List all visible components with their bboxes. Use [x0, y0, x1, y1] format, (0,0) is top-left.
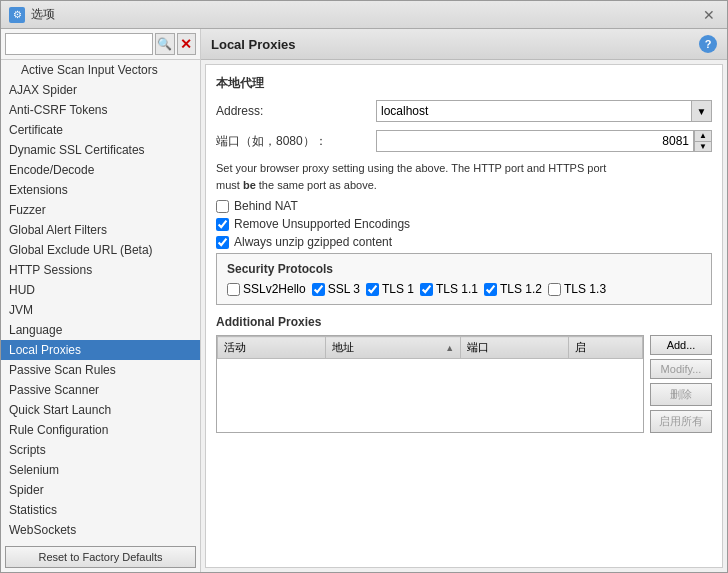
nav-item-selenium[interactable]: Selenium [1, 460, 200, 480]
protocol-label-sslv2hello: SSLv2Hello [243, 282, 306, 296]
proxy-btn-add[interactable]: Add... [650, 335, 712, 355]
port-input-group: ▲ ▼ [376, 130, 712, 152]
right-header-title: Local Proxies [211, 37, 296, 52]
additional-proxies-section: Additional Proxies 活动 地址 [216, 315, 712, 433]
nav-item-rule-configuration[interactable]: Rule Configuration [1, 420, 200, 440]
port-spinner-up[interactable]: ▲ [694, 130, 712, 141]
col-address[interactable]: 地址 ▲ [325, 337, 460, 359]
sort-icon: ▲ [445, 343, 454, 353]
help-icon[interactable]: ? [699, 35, 717, 53]
protocol-item-tls13: TLS 1.3 [548, 282, 606, 296]
nav-item-global-exclude-url-beta[interactable]: Global Exclude URL (Beta) [1, 240, 200, 260]
nav-item-ajax-spider[interactable]: AJAX Spider [1, 80, 200, 100]
checkbox-label-behind-nat: Behind NAT [234, 199, 298, 213]
nav-item-statistics[interactable]: Statistics [1, 500, 200, 520]
nav-item-dynamic-ssl-certificates[interactable]: Dynamic SSL Certificates [1, 140, 200, 160]
nav-item-fuzzer[interactable]: Fuzzer [1, 200, 200, 220]
search-bar: 🔍 ✕ [1, 29, 200, 60]
reset-factory-defaults-button[interactable]: Reset to Factory Defaults [5, 546, 196, 568]
protocol-checkbox-tls1[interactable] [366, 283, 379, 296]
window-title: 选项 [31, 6, 699, 23]
nav-list: Active Scan Input VectorsAJAX SpiderAnti… [1, 60, 200, 542]
protocol-item-tls1: TLS 1 [366, 282, 414, 296]
nav-item-http-sessions[interactable]: HTTP Sessions [1, 260, 200, 280]
protocol-checkbox-tls11[interactable] [420, 283, 433, 296]
left-panel: 🔍 ✕ Active Scan Input VectorsAJAX Spider… [1, 29, 201, 572]
nav-item-jvm[interactable]: JVM [1, 300, 200, 320]
protocol-label-tls12: TLS 1.2 [500, 282, 542, 296]
search-button[interactable]: 🔍 [155, 33, 175, 55]
nav-item-zest[interactable]: Zest [1, 540, 200, 542]
proxy-btn-enable-all: 启用所有 [650, 410, 712, 433]
checkbox-label-remove-unsupported-encodings: Remove Unsupported Encodings [234, 217, 410, 231]
nav-item-websockets[interactable]: WebSockets [1, 520, 200, 540]
protocol-item-tls11: TLS 1.1 [420, 282, 478, 296]
proxies-buttons: Add...Modify...删除启用所有 [650, 335, 712, 433]
checkbox-row-always-unzip-gzipped-content: Always unzip gzipped content [216, 235, 712, 249]
checkbox-remove-unsupported-encodings[interactable] [216, 218, 229, 231]
proxy-btn-delete: 删除 [650, 383, 712, 406]
protocol-checkbox-tls13[interactable] [548, 283, 561, 296]
nav-item-spider[interactable]: Spider [1, 480, 200, 500]
protocols-row: SSLv2HelloSSL 3TLS 1TLS 1.1TLS 1.2TLS 1.… [227, 282, 701, 296]
nav-item-certificate[interactable]: Certificate [1, 120, 200, 140]
nav-item-extensions[interactable]: Extensions [1, 180, 200, 200]
port-spinner: ▲ ▼ [694, 130, 712, 152]
protocol-checkbox-sslv2hello[interactable] [227, 283, 240, 296]
checkbox-behind-nat[interactable] [216, 200, 229, 213]
checkbox-label-always-unzip-gzipped-content: Always unzip gzipped content [234, 235, 392, 249]
nav-item-scripts[interactable]: Scripts [1, 440, 200, 460]
right-body: 本地代理 Address: ▼ 端口（如，8080）： ▲ [205, 64, 723, 568]
proxies-table-container: 活动 地址 ▲ 端口 启 [216, 335, 644, 433]
security-protocols-title: Security Protocols [227, 262, 701, 276]
info-text: Set your browser proxy setting using the… [216, 160, 712, 193]
proxy-btn-modify: Modify... [650, 359, 712, 379]
nav-item-passive-scan-rules[interactable]: Passive Scan Rules [1, 360, 200, 380]
protocol-label-tls1: TLS 1 [382, 282, 414, 296]
nav-item-passive-scanner[interactable]: Passive Scanner [1, 380, 200, 400]
section-subtitle: 本地代理 [216, 75, 712, 92]
checkbox-row-behind-nat: Behind NAT [216, 199, 712, 213]
search-input[interactable] [5, 33, 153, 55]
nav-item-encode-decode[interactable]: Encode/Decode [1, 160, 200, 180]
address-input[interactable] [376, 100, 692, 122]
window: ⚙ 选项 ✕ 🔍 ✕ Active Scan Input VectorsAJAX… [0, 0, 728, 573]
protocol-item-tls12: TLS 1.2 [484, 282, 542, 296]
nav-item-active-scan-input-vectors[interactable]: Active Scan Input Vectors [1, 60, 200, 80]
close-button[interactable]: ✕ [699, 5, 719, 25]
window-icon: ⚙ [9, 7, 25, 23]
port-label: 端口（如，8080）： [216, 133, 376, 150]
title-bar: ⚙ 选项 ✕ [1, 1, 727, 29]
security-protocols-group: Security Protocols SSLv2HelloSSL 3TLS 1T… [216, 253, 712, 305]
nav-item-hud[interactable]: HUD [1, 280, 200, 300]
port-spinner-down[interactable]: ▼ [694, 141, 712, 152]
nav-item-language[interactable]: Language [1, 320, 200, 340]
protocol-label-ssl3: SSL 3 [328, 282, 360, 296]
address-dropdown-button[interactable]: ▼ [692, 100, 712, 122]
nav-item-quick-start-launch[interactable]: Quick Start Launch [1, 400, 200, 420]
port-row: 端口（如，8080）： ▲ ▼ [216, 130, 712, 152]
nav-item-anti-csrf-tokens[interactable]: Anti-CSRF Tokens [1, 100, 200, 120]
protocol-item-ssl3: SSL 3 [312, 282, 360, 296]
protocol-item-sslv2hello: SSLv2Hello [227, 282, 306, 296]
address-row: Address: ▼ [216, 100, 712, 122]
address-input-group: ▼ [376, 100, 712, 122]
clear-search-button[interactable]: ✕ [177, 33, 197, 55]
port-input[interactable] [376, 130, 694, 152]
checkboxes-container: Behind NATRemove Unsupported EncodingsAl… [216, 199, 712, 249]
additional-proxies-title: Additional Proxies [216, 315, 712, 329]
nav-item-local-proxies[interactable]: Local Proxies [1, 340, 200, 360]
right-panel: Local Proxies ? 本地代理 Address: ▼ 端口（如，808… [201, 29, 727, 572]
protocol-checkbox-ssl3[interactable] [312, 283, 325, 296]
protocol-label-tls11: TLS 1.1 [436, 282, 478, 296]
proxies-table: 活动 地址 ▲ 端口 启 [217, 336, 643, 359]
protocol-checkbox-tls12[interactable] [484, 283, 497, 296]
col-extra: 启 [569, 337, 643, 359]
address-label: Address: [216, 104, 376, 118]
protocol-label-tls13: TLS 1.3 [564, 282, 606, 296]
nav-item-global-alert-filters[interactable]: Global Alert Filters [1, 220, 200, 240]
right-header: Local Proxies ? [201, 29, 727, 60]
col-port: 端口 [461, 337, 569, 359]
checkbox-row-remove-unsupported-encodings: Remove Unsupported Encodings [216, 217, 712, 231]
checkbox-always-unzip-gzipped-content[interactable] [216, 236, 229, 249]
